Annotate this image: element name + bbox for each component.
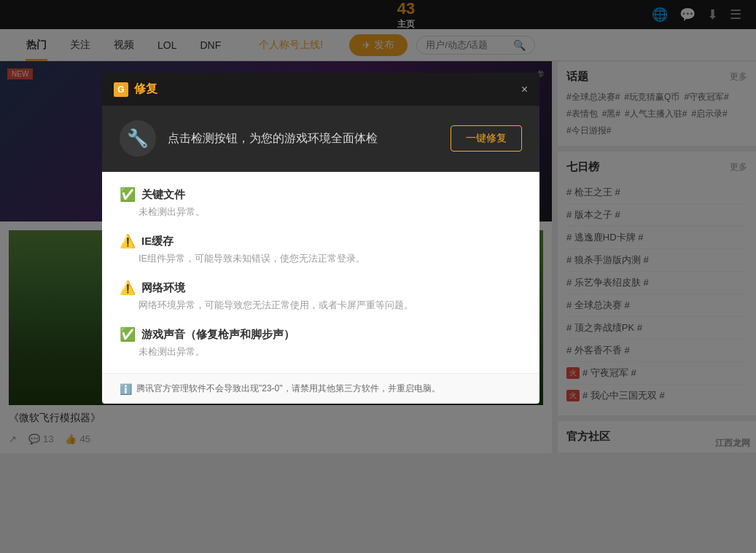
check-item-ie: ⚠️ IE缓存 IE组件异常，可能导致未知错误，使您无法正常登录。 <box>120 233 522 265</box>
check-item-files: ✅ 关键文件 未检测出异常。 <box>120 187 522 219</box>
modal-top-bar: 🔧 点击检测按钮，为您的游戏环境全面体检 一键修复 <box>102 106 539 172</box>
modal-body: ✅ 关键文件 未检测出异常。 ⚠️ IE缓存 IE组件异常，可能导致未知错误，使… <box>102 172 539 373</box>
modal-footer: ℹ️ 腾讯官方管理软件不会导致出现"23-0"，请禁用其他第三方软件，并重启电脑… <box>102 373 539 404</box>
repair-modal: G 修复 × 🔧 点击检测按钮，为您的游戏环境全面体检 一键修复 ✅ 关键文件 … <box>102 73 539 404</box>
brand-icon: G <box>114 82 128 97</box>
check-item-network: ⚠️ 网络环境 网络环境异常，可能导致您无法正常使用，或者卡屏严重等问题。 <box>120 280 522 312</box>
check-green-icon: ✅ <box>120 187 136 203</box>
check-item-sound: ✅ 游戏声音（修复枪声和脚步声） 未检测出异常。 <box>120 326 522 358</box>
modal-close-button[interactable]: × <box>521 83 528 96</box>
check-item-header: ✅ 关键文件 <box>120 187 522 203</box>
check-desc: 未检测出异常。 <box>139 345 522 358</box>
check-item-header: ✅ 游戏声音（修复枪声和脚步声） <box>120 326 522 342</box>
check-warning-icon: ⚠️ <box>120 233 136 249</box>
repair-button[interactable]: 一键修复 <box>451 125 522 152</box>
check-desc: IE组件异常，可能导致未知错误，使您无法正常登录。 <box>139 252 522 265</box>
check-warning-icon: ⚠️ <box>120 280 136 296</box>
check-green-icon: ✅ <box>120 326 136 342</box>
check-item-header: ⚠️ 网络环境 <box>120 280 522 296</box>
modal-description: 点击检测按钮，为您的游戏环境全面体检 <box>168 131 378 146</box>
footer-text: 腾讯官方管理软件不会导致出现"23-0"，请禁用其他第三方软件，并重启电脑。 <box>136 383 440 395</box>
modal-header-left: G 修复 <box>114 82 157 97</box>
modal-top-left: 🔧 点击检测按钮，为您的游戏环境全面体检 <box>120 120 378 157</box>
check-item-header: ⚠️ IE缓存 <box>120 233 522 249</box>
check-title: IE缓存 <box>141 235 174 248</box>
check-title: 游戏声音（修复枪声和脚步声） <box>141 328 295 342</box>
modal-header: G 修复 × <box>102 73 539 106</box>
modal-title: 修复 <box>134 82 157 97</box>
info-icon: ℹ️ <box>120 383 132 395</box>
check-desc: 未检测出异常。 <box>139 205 522 219</box>
check-title: 网络环境 <box>141 281 185 295</box>
check-desc: 网络环境异常，可能导致您无法正常使用，或者卡屏严重等问题。 <box>139 299 522 312</box>
wrench-icon: 🔧 <box>120 120 156 157</box>
check-title: 关键文件 <box>141 188 185 202</box>
